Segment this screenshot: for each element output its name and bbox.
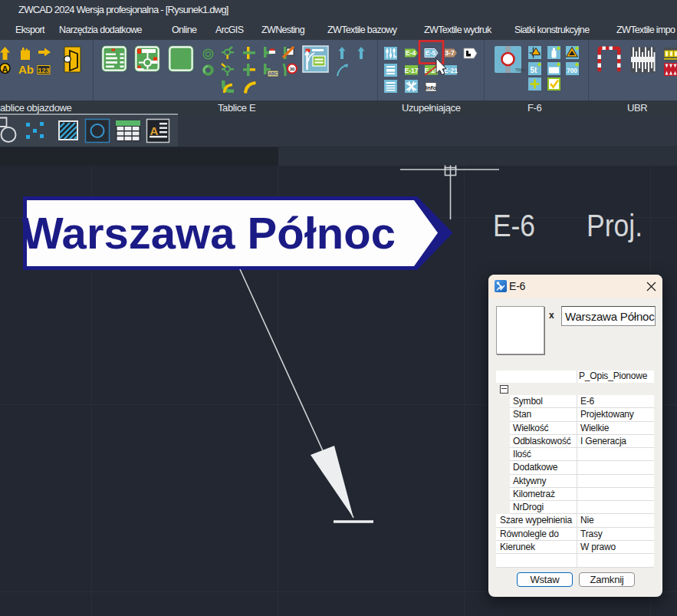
svg-text:700m: 700m	[515, 68, 525, 72]
svg-text:Proj.: Proj.	[587, 209, 642, 242]
svg-text:E-6: E-6	[493, 209, 535, 242]
svg-text:Info: Info	[426, 84, 437, 91]
svg-text:30: 30	[290, 67, 295, 71]
svg-text:A: A	[2, 64, 8, 74]
svg-text:E-4: E-4	[406, 49, 416, 57]
svg-text:Ab: Ab	[18, 63, 34, 76]
svg-text:700: 700	[567, 67, 577, 74]
svg-text:5t: 5t	[531, 66, 538, 74]
svg-text:ABC: ABC	[268, 71, 278, 76]
svg-text:123: 123	[38, 67, 49, 74]
svg-text:E-5: E-5	[426, 49, 436, 57]
svg-text:3-7: 3-7	[445, 49, 455, 57]
svg-text:Warszawa Północ: Warszawa Północ	[21, 208, 396, 258]
svg-text:E-21: E-21	[444, 67, 458, 74]
svg-text:E-17: E-17	[405, 67, 419, 74]
svg-text:A: A	[150, 124, 159, 137]
